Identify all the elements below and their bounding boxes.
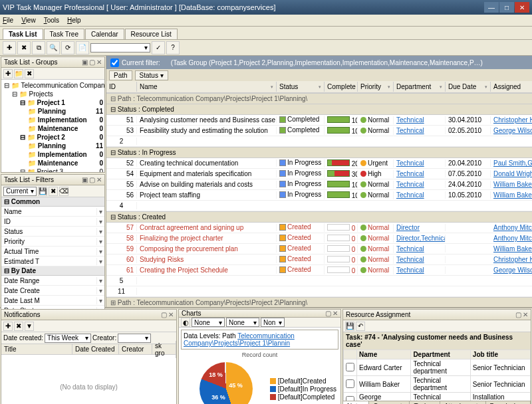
task-row[interactable]: 55Advise on building materials and costs… [106, 179, 532, 190]
notif-col-title[interactable]: Title [1, 344, 72, 354]
tree-node[interactable]: 📁 Maintenance0 [3, 159, 103, 167]
tool-refresh-icon[interactable]: ⟳ [61, 41, 74, 54]
tree-node[interactable]: ⊟ 📁 Project 10 [3, 98, 103, 107]
tree-node[interactable]: ⊟ 📁 Projects [3, 90, 103, 98]
menu-help[interactable]: Help [67, 17, 81, 24]
tree-node[interactable]: 📁 Planning11 [3, 142, 103, 150]
panel-max-icon[interactable]: ▢ [325, 310, 331, 317]
ra-save-icon[interactable]: 💾 [345, 322, 354, 331]
notif-date-select[interactable]: This Week▾ [45, 334, 91, 343]
panel-close-icon[interactable]: ✕ [332, 310, 338, 317]
task-row[interactable]: 57Contract agreement and signing upCreat… [106, 223, 532, 233]
group-by-path[interactable]: Path [109, 70, 132, 80]
panel-close-icon[interactable]: ✕ [96, 176, 102, 183]
status-group[interactable]: ⊟ Status : In Progress [106, 147, 532, 158]
tool-ok-icon[interactable]: ✓ [152, 41, 165, 54]
tree-node[interactable]: ⊟ 📁 Telecommunication Company [3, 81, 103, 90]
filter-del-icon[interactable]: ✖ [49, 187, 58, 196]
notif-creator-select[interactable]: ▾ [118, 334, 151, 343]
notif-filter-icon[interactable]: ▼ [25, 322, 34, 331]
ra-checkbox[interactable] [346, 379, 354, 388]
filter-row[interactable]: ID▾ [1, 217, 104, 227]
tree-node[interactable]: 📁 Maintenance0 [3, 124, 103, 133]
tree-del-icon[interactable]: ✖ [25, 69, 34, 78]
tree-new-icon[interactable]: ✚ [3, 69, 13, 78]
task-grid[interactable]: ⊟ Path : Telecommunication Company\Proje… [106, 93, 532, 307]
tool-del-icon[interactable]: ✖ [17, 41, 31, 54]
task-row[interactable]: 51Analysing customer needs and Business … [106, 115, 532, 126]
tab-task-list[interactable]: Task List [3, 29, 43, 39]
panel-max-icon[interactable]: ▢ [89, 58, 95, 66]
panel-pin-icon[interactable]: ▣ [82, 58, 88, 66]
task-row[interactable]: 60Studying RisksCreated 0 %NormalTechnic… [106, 254, 532, 265]
panel-close-icon[interactable]: ✕ [523, 311, 528, 318]
ra-row[interactable]: William BakerTechnical departmentSenior … [344, 376, 531, 393]
col-department[interactable]: Department▾ [394, 82, 446, 92]
notif-col-date[interactable]: Date Created [72, 344, 119, 354]
tool-copy-icon[interactable]: ⧉ [32, 41, 45, 54]
tree-node[interactable]: ⊟ 📁 Project 20 [3, 133, 103, 142]
status-group[interactable]: ⊟ Status : Created [106, 211, 532, 223]
ra-checkbox[interactable] [346, 396, 354, 401]
col-id[interactable]: ID [106, 82, 137, 92]
close-button[interactable]: ✕ [515, 2, 529, 13]
filter-row[interactable]: Estimated T▾ [1, 256, 104, 266]
chart-select-2[interactable]: None▾ [226, 318, 259, 327]
col-due-date[interactable]: Due Date▾ [446, 82, 491, 92]
group-by-status[interactable]: Status ▾ [135, 70, 168, 80]
filter-row[interactable]: Actual Time▾ [1, 247, 104, 256]
chart-type-icon[interactable]: ◐ [181, 318, 190, 327]
ra-tab-history[interactable]: Task history [410, 401, 440, 404]
ra-tab-notes[interactable]: Notes [343, 401, 369, 404]
col-complete[interactable]: Complete [325, 82, 358, 92]
filter-row[interactable]: Name▾ [1, 207, 104, 217]
filter-row[interactable]: Status▾ [1, 227, 104, 237]
col-priority[interactable]: Priority▾ [358, 82, 394, 92]
menu-view[interactable]: View [21, 17, 36, 24]
status-group[interactable]: ⊟ Status : Completed [106, 104, 532, 115]
panel-close-icon[interactable]: ✕ [168, 311, 174, 318]
tab-calendar[interactable]: Calendar [85, 29, 124, 39]
tree-node[interactable]: 📁 Planning11 [3, 107, 103, 116]
tree-folder-icon[interactable]: 📁 [14, 69, 23, 78]
group-tree[interactable]: ⊟ 📁 Telecommunication Company⊟ 📁 Project… [1, 80, 104, 172]
tree-node[interactable]: ⊟ 📁 Project 30 [3, 167, 103, 172]
notif-del-icon[interactable]: ✖ [14, 322, 23, 331]
ra-tab-permissions[interactable]: Permissions [486, 401, 531, 404]
filter-clear-icon[interactable]: ⌫ [59, 187, 68, 196]
ra-table[interactable]: NameDepartmentJob titleEdward CarterTech… [343, 350, 531, 401]
task-row[interactable]: 61Creating the Project ScheduleCreated 0… [106, 265, 532, 276]
filter-row[interactable]: Date Last M▾ [1, 296, 104, 306]
filter-row[interactable]: Date Range▾ [1, 276, 104, 286]
menu-tools[interactable]: Tools [44, 17, 59, 24]
panel-max-icon[interactable]: ▢ [89, 176, 95, 183]
filter-preset-select[interactable]: Current▾ [3, 187, 37, 196]
chart-select-3[interactable]: Non▾ [261, 318, 285, 327]
col-status[interactable]: Status▾ [277, 82, 325, 92]
tool-help-icon[interactable]: ? [166, 41, 180, 54]
filter-group[interactable]: ⊟ By Date [1, 266, 104, 276]
tool-doc-icon[interactable]: 📄 [76, 41, 89, 54]
maximize-button[interactable]: □ [499, 2, 514, 13]
task-row[interactable]: 56Project team staffingIn Progress 100 %… [106, 190, 532, 201]
task-row[interactable]: 53Feasibility study and estimating the s… [106, 126, 532, 136]
menu-file[interactable]: File [3, 17, 13, 24]
filter-group[interactable]: ⊟ Common [1, 197, 104, 207]
tree-node[interactable]: 📁 Implementation0 [3, 150, 103, 159]
chart-select-1[interactable]: None▾ [192, 318, 225, 327]
ra-row[interactable]: George RobinsonTechnical departmentInsta… [344, 393, 531, 401]
filter-row[interactable]: Date Create▾ [1, 286, 104, 296]
path-group[interactable]: ⊟ Path : Telecommunication Company\Proje… [106, 93, 532, 104]
task-row[interactable]: 54Equipment and materials specificationI… [106, 169, 532, 179]
col-name[interactable]: Name▾ [137, 82, 277, 92]
task-row[interactable]: 52Creating technical documentationIn Pro… [106, 158, 532, 169]
minimize-button[interactable]: — [484, 2, 499, 13]
tool-dropdown[interactable]: ▾ [90, 43, 150, 52]
col-assigned[interactable]: Assigned▾ [491, 82, 532, 92]
notif-new-icon[interactable]: ✚ [3, 322, 13, 331]
task-row[interactable]: 58Finalizing the project charterCreated … [106, 233, 532, 244]
ra-undo-icon[interactable]: ↶ [356, 322, 365, 331]
panel-max-icon[interactable]: ▢ [515, 311, 521, 318]
notif-col-creator[interactable]: Creator [119, 344, 152, 354]
tool-zoom-icon[interactable]: 🔍 [47, 41, 60, 54]
